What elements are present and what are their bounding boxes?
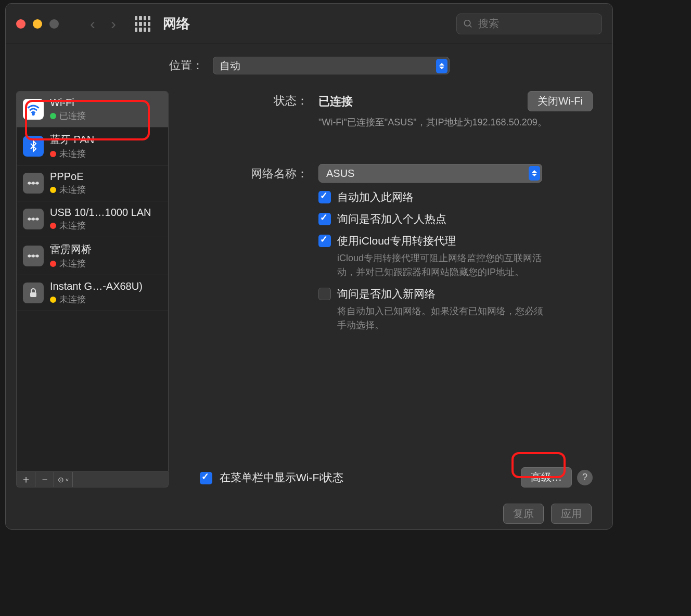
ethernet-icon (23, 209, 44, 229)
auto-join-label: 自动加入此网络 (337, 190, 414, 204)
network-name-select[interactable]: ASUS (318, 164, 542, 183)
service-item-bluetooth[interactable]: 蓝牙 PAN 未连接 (17, 127, 168, 165)
icloud-relay-description: iCloud专用转接代理可阻止网络监控您的互联网活动，并对已知跟踪器和网站隐藏您… (337, 251, 545, 279)
service-actions-button[interactable]: ⊙ⅴ (54, 472, 73, 487)
apply-button[interactable]: 应用 (551, 504, 592, 524)
icloud-relay-checkbox[interactable] (318, 235, 331, 247)
service-list-footer: ＋ － ⊙ⅴ (16, 472, 169, 487)
service-name: USB 10/1…1000 LAN (50, 207, 151, 219)
search-input[interactable] (478, 18, 595, 30)
wifi-icon (23, 99, 44, 120)
status-dot-icon (50, 261, 56, 267)
status-dot-icon (50, 223, 56, 229)
remove-service-button[interactable]: － (35, 472, 54, 487)
service-sidebar: Wi-Fi 已连接 蓝牙 PAN 未连接 (16, 91, 169, 487)
lock-icon (23, 283, 44, 303)
status-dot-icon (50, 113, 56, 119)
menubar-status-label: 在菜单栏中显示Wi-Fi状态 (220, 470, 343, 485)
stepper-icon (529, 166, 540, 181)
service-item-pppoe[interactable]: PPPoE 未连接 (17, 165, 168, 201)
service-name: Wi-Fi (50, 97, 86, 109)
zoom-icon[interactable] (49, 19, 59, 29)
svg-rect-12 (30, 292, 36, 297)
stepper-icon (436, 59, 447, 73)
location-row: 位置： 自动 (6, 44, 612, 87)
ask-new-networks-checkbox[interactable] (318, 288, 331, 300)
svg-point-0 (464, 20, 470, 25)
status-dot-icon (50, 187, 56, 193)
help-button[interactable]: ? (577, 470, 593, 485)
svg-line-1 (469, 25, 471, 27)
add-service-button[interactable]: ＋ (17, 472, 35, 487)
advanced-button[interactable]: 高级… (521, 467, 572, 487)
close-icon[interactable] (16, 19, 25, 29)
menubar-status-checkbox[interactable] (200, 472, 212, 484)
titlebar: ‹ › 网络 (6, 4, 612, 44)
status-value: 已连接 (318, 94, 353, 109)
status-dot-icon (50, 297, 56, 303)
ask-new-networks-description: 将自动加入已知网络。如果没有已知网络，您必须手动选择。 (337, 304, 545, 332)
location-select[interactable]: 自动 (213, 57, 450, 74)
footer-buttons: 复原 应用 (6, 498, 612, 529)
service-name: Instant G…-AX68U) (50, 280, 143, 292)
detail-panel: 状态： 已连接 关闭Wi-Fi "Wi-Fi"已连接至"ASUS"，其IP地址为… (181, 91, 602, 487)
back-button[interactable]: ‹ (90, 15, 95, 33)
status-label: 状态： (181, 91, 308, 109)
service-item-usb-lan[interactable]: USB 10/1…1000 LAN 未连接 (17, 201, 168, 237)
network-name-value: ASUS (326, 168, 354, 179)
apps-grid-icon[interactable] (135, 16, 150, 32)
ethernet-icon (23, 246, 44, 266)
service-item-vpn[interactable]: Instant G…-AX68U) 未连接 (17, 275, 168, 311)
network-name-label: 网络名称： (181, 164, 308, 182)
service-item-thunderbolt[interactable]: 雷雳网桥 未连接 (17, 237, 168, 275)
ethernet-icon (23, 173, 44, 194)
service-item-wifi[interactable]: Wi-Fi 已连接 (17, 92, 168, 127)
service-name: PPPoE (50, 171, 86, 183)
location-value: 自动 (220, 59, 240, 73)
service-name: 蓝牙 PAN (50, 133, 94, 147)
search-field[interactable] (456, 14, 602, 34)
nav-buttons: ‹ › (90, 15, 116, 33)
service-name: 雷雳网桥 (50, 242, 92, 256)
location-label: 位置： (169, 58, 203, 73)
minimize-icon[interactable] (33, 19, 42, 29)
status-dot-icon (50, 151, 56, 157)
svg-point-2 (33, 113, 34, 115)
bluetooth-icon (23, 136, 44, 157)
window-title: 网络 (163, 15, 190, 33)
ask-hotspot-label: 询问是否加入个人热点 (337, 212, 446, 226)
status-description: "Wi-Fi"已连接至"ASUS"，其IP地址为192.168.50.209。 (318, 116, 593, 130)
traffic-lights (16, 19, 59, 29)
revert-button[interactable]: 复原 (503, 504, 544, 524)
auto-join-checkbox[interactable] (318, 191, 331, 203)
forward-button: › (111, 15, 116, 33)
wifi-toggle-button[interactable]: 关闭Wi-Fi (528, 91, 593, 111)
ask-new-networks-label: 询问是否加入新网络 (337, 287, 545, 301)
ask-hotspot-checkbox[interactable] (318, 213, 331, 225)
icloud-relay-label: 使用iCloud专用转接代理 (337, 234, 545, 248)
service-list: Wi-Fi 已连接 蓝牙 PAN 未连接 (16, 91, 169, 472)
search-icon (463, 18, 473, 30)
